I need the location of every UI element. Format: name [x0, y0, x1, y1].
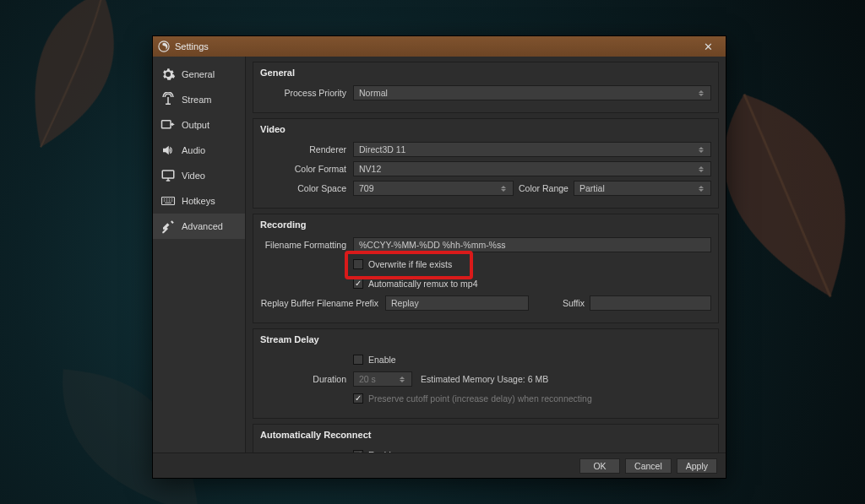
sidebar-item-label: Output — [182, 120, 209, 130]
svg-rect-1 — [162, 121, 171, 128]
sidebar-item-label: Video — [182, 171, 205, 181]
checkbox-icon — [353, 259, 363, 269]
tools-icon — [160, 219, 177, 234]
speaker-icon — [160, 143, 177, 158]
sidebar: General Stream Output Audio Video Hotkey… — [153, 57, 246, 453]
sidebar-item-label: Hotkeys — [182, 196, 215, 206]
sidebar-item-label: Audio — [182, 145, 205, 155]
sidebar-item-audio[interactable]: Audio — [153, 138, 245, 163]
process-priority-label: Process Priority — [260, 88, 353, 98]
filename-formatting-input[interactable]: %CCYY-%MM-%DD %hh-%mm-%ss — [353, 237, 711, 252]
monitor-icon — [160, 168, 177, 183]
section-auto-reconnect: Automatically Reconnect Enable Retry Del… — [253, 424, 719, 453]
dialog-footer: OK Cancel Apply — [153, 453, 726, 478]
apply-button[interactable]: Apply — [677, 458, 717, 474]
svg-rect-2 — [162, 171, 174, 178]
remux-checkbox[interactable]: Automatically remux to mp4 — [353, 279, 478, 289]
replay-prefix-label: Replay Buffer Filename Prefix — [260, 298, 385, 308]
filename-formatting-label: Filename Formatting — [260, 240, 353, 250]
window-title: Settings — [175, 41, 695, 51]
replay-prefix-input[interactable]: Replay — [385, 295, 529, 311]
sidebar-item-stream[interactable]: Stream — [153, 87, 245, 112]
process-priority-select[interactable]: Normal — [353, 85, 711, 100]
preserve-cutoff-checkbox[interactable]: Preserve cutoff point (increase delay) w… — [353, 393, 592, 404]
delay-enable-checkbox[interactable]: Enable — [353, 355, 396, 365]
replay-suffix-label: Suffix — [534, 298, 585, 308]
sidebar-item-general[interactable]: General — [153, 62, 245, 87]
renderer-label: Renderer — [260, 144, 353, 154]
output-icon — [160, 117, 177, 133]
color-format-label: Color Format — [260, 164, 353, 174]
obs-icon — [158, 41, 170, 52]
color-range-label: Color Range — [519, 183, 569, 193]
checkbox-icon — [353, 355, 363, 365]
settings-content: General Process Priority Normal Video Re… — [246, 57, 726, 453]
section-title: Recording — [260, 219, 711, 230]
sidebar-item-label: General — [182, 69, 215, 79]
replay-suffix-input[interactable] — [590, 295, 711, 311]
sidebar-item-output[interactable]: Output — [153, 112, 245, 138]
duration-input[interactable]: 20 s — [353, 371, 412, 387]
cancel-button[interactable]: Cancel — [625, 458, 672, 474]
sidebar-item-label: Advanced — [182, 221, 223, 231]
section-video: Video Renderer Direct3D 11 Color Format … — [253, 118, 719, 209]
section-general: General Process Priority Normal — [253, 62, 719, 113]
close-button[interactable]: ✕ — [695, 41, 721, 53]
checkbox-icon — [353, 393, 363, 404]
checkbox-icon — [353, 279, 363, 289]
section-title: Automatically Reconnect — [260, 430, 711, 440]
color-range-select[interactable]: Partial — [574, 181, 711, 196]
settings-window: Settings ✕ General Stream Output Audio — [152, 35, 726, 479]
section-stream-delay: Stream Delay Enable Duration 20 s Estima… — [253, 328, 719, 419]
section-title: General — [260, 68, 711, 78]
sidebar-item-video[interactable]: Video — [153, 163, 245, 188]
section-title: Stream Delay — [260, 334, 711, 344]
sidebar-item-hotkeys[interactable]: Hotkeys — [153, 188, 245, 214]
gear-icon — [160, 67, 177, 82]
color-space-label: Color Space — [260, 183, 353, 193]
sidebar-item-label: Stream — [182, 95, 211, 105]
section-title: Video — [260, 124, 711, 134]
color-space-select[interactable]: 709 — [353, 181, 514, 196]
renderer-select[interactable]: Direct3D 11 — [353, 142, 711, 157]
section-recording: Recording Filename Formatting %CCYY-%MM-… — [253, 214, 719, 323]
antenna-icon — [160, 92, 177, 107]
sidebar-item-advanced[interactable]: Advanced — [153, 214, 245, 239]
duration-label: Duration — [260, 374, 353, 384]
overwrite-checkbox[interactable]: Overwrite if file exists — [353, 259, 452, 269]
titlebar: Settings ✕ — [153, 36, 726, 57]
ok-button[interactable]: OK — [579, 458, 620, 474]
keyboard-icon — [160, 193, 177, 209]
color-format-select[interactable]: NV12 — [353, 161, 711, 176]
memory-estimate-text: Estimated Memory Usage: 6 MB — [421, 374, 548, 384]
